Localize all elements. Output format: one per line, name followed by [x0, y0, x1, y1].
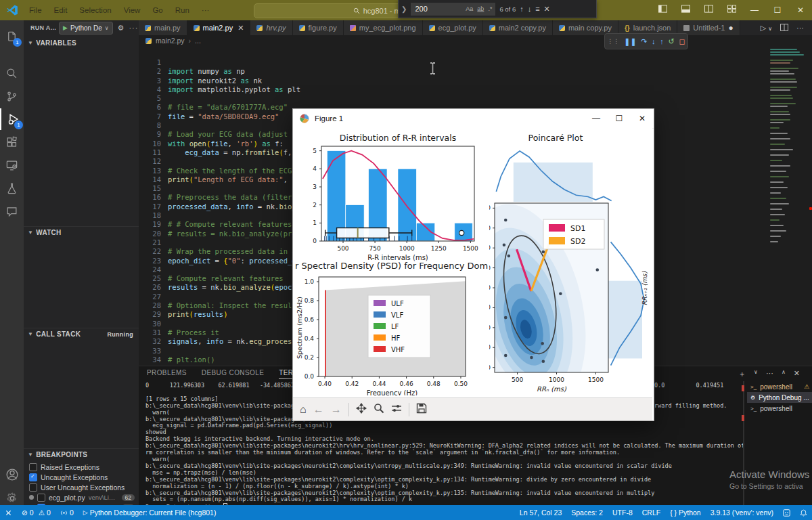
- search-sidebar-icon[interactable]: [0, 62, 24, 84]
- terminal-session-python-debug-[interactable]: ⚙Python Debug ...: [747, 392, 812, 403]
- menu-item-go[interactable]: Go: [147, 4, 168, 16]
- breakpoint-row[interactable]: ecg_plot.pyvenv\Lib\site-p...62: [24, 492, 139, 502]
- new-terminal-icon[interactable]: ＋: [738, 369, 746, 379]
- tab-main2-copy-py[interactable]: main2 copy.py: [483, 20, 553, 35]
- find-in-selection-icon[interactable]: ≡: [535, 5, 539, 13]
- forward-icon[interactable]: →: [331, 404, 342, 415]
- feedback-icon[interactable]: [778, 505, 795, 520]
- panel-more-icon[interactable]: ···: [766, 369, 773, 379]
- code-line[interactable]: 1: [139, 58, 330, 67]
- home-icon[interactable]: ⌂: [300, 404, 307, 415]
- debugger-status[interactable]: ▷ Python Debugger: Current File (hcg801): [78, 505, 221, 520]
- back-icon[interactable]: ←: [313, 404, 324, 415]
- drag-handle-icon[interactable]: ⋮⋮: [607, 38, 619, 45]
- menu-item-view[interactable]: View: [118, 4, 146, 16]
- figure-minimize-button[interactable]: —: [585, 109, 608, 128]
- extensions-icon[interactable]: [0, 131, 24, 153]
- tab-my-ecg-plot-png[interactable]: my_ecg_plot.png: [344, 20, 423, 35]
- remote-indicator-icon[interactable]: [0, 505, 17, 520]
- ports-indicator[interactable]: 0: [55, 505, 78, 520]
- find-next-icon[interactable]: ↓: [528, 5, 532, 13]
- find-close-icon[interactable]: ✕: [544, 5, 550, 14]
- panel-maximize-icon[interactable]: ∧: [782, 369, 786, 379]
- variables-section-header[interactable]: ▼VARIABLES: [24, 37, 139, 49]
- start-debug-icon[interactable]: ▶: [63, 24, 68, 31]
- code-line[interactable]: 5: [139, 94, 330, 103]
- notifications-bell-icon[interactable]: [795, 505, 812, 520]
- layout-icon[interactable]: [720, 0, 743, 20]
- breakpoints-section-header[interactable]: ▼BREAKPOINTS: [24, 448, 139, 460]
- menu-item-[interactable]: ···: [196, 4, 215, 16]
- minimap[interactable]: [770, 47, 812, 251]
- step-over-icon[interactable]: ↷: [641, 37, 647, 46]
- figure-canvas[interactable]: 500750100012501500012345Distribution of …: [293, 128, 652, 397]
- tab-main2-py[interactable]: main2.py✕: [187, 20, 251, 35]
- figure-close-button[interactable]: ✕: [631, 109, 654, 128]
- regex-icon[interactable]: .*: [488, 5, 492, 12]
- split-editor-button[interactable]: [780, 24, 788, 32]
- minimize-button[interactable]: —: [743, 0, 766, 20]
- find-collapse-icon[interactable]: ❯: [401, 5, 407, 13]
- debug-more-actions-icon[interactable]: ···: [129, 24, 138, 32]
- zoom-rect-icon[interactable]: [374, 403, 384, 416]
- run-debug-icon[interactable]: 1: [0, 108, 25, 130]
- code-line[interactable]: 4import matplotlib.pyplot as plt: [139, 85, 330, 94]
- statusbar-utf-8[interactable]: UTF-8: [608, 505, 637, 520]
- terminal-dropdown-icon[interactable]: ∨: [754, 369, 758, 379]
- editor-more-actions-icon[interactable]: ···: [796, 24, 804, 32]
- step-into-icon[interactable]: ↓: [652, 37, 656, 45]
- breakpoint-row[interactable]: Raised Exceptions: [24, 462, 139, 472]
- breakpoint-checkbox[interactable]: [37, 494, 45, 502]
- menu-item-edit[interactable]: Edit: [49, 4, 73, 16]
- callstack-section-header[interactable]: ▼CALL STACKRunning: [24, 328, 139, 340]
- toggle-sidebar-icon[interactable]: [651, 0, 674, 20]
- match-case-icon[interactable]: Aa: [466, 5, 473, 12]
- account-icon[interactable]: [0, 464, 24, 485]
- maximize-button[interactable]: ☐: [766, 0, 789, 20]
- breakpoint-checkbox[interactable]: [29, 473, 37, 481]
- statusbar-ln-57-col-23[interactable]: Ln 57, Col 23: [515, 505, 566, 520]
- breakpoint-checkbox[interactable]: [29, 463, 37, 471]
- debug-config-dropdown[interactable]: ▶ Python De ∨: [59, 22, 112, 35]
- figure-window[interactable]: Figure 1 — ☐ ✕ 500750100012501500012345D…: [292, 108, 654, 421]
- terminal-session-powershell[interactable]: >_powershell⚠: [747, 381, 812, 392]
- stop-icon[interactable]: ◻: [679, 37, 685, 46]
- step-out-icon[interactable]: ↑: [660, 37, 664, 45]
- debug-settings-gear-icon[interactable]: ⚙: [118, 24, 125, 32]
- split-editor-icon[interactable]: [697, 0, 720, 20]
- statusbar--python[interactable]: { } Python: [665, 505, 706, 520]
- tab-close-icon[interactable]: ✕: [238, 24, 244, 32]
- breakpoint-row[interactable]: Uncaught Exceptions: [24, 472, 139, 482]
- tab-ecg-plot-py[interactable]: ecg_plot.py: [423, 20, 483, 35]
- subplots-config-icon[interactable]: [391, 403, 402, 416]
- statusbar-spaces-2[interactable]: Spaces: 2: [566, 505, 608, 520]
- pan-icon[interactable]: [356, 403, 367, 416]
- menu-item-selection[interactable]: Selection: [74, 4, 116, 16]
- menu-item-run[interactable]: Run: [170, 4, 195, 16]
- code-line[interactable]: 2import numpy as np: [139, 67, 330, 76]
- panel-close-icon[interactable]: ✕: [794, 369, 800, 379]
- breadcrumb[interactable]: main2.py › ...: [139, 35, 812, 46]
- menu-item-file[interactable]: File: [24, 4, 47, 16]
- breakpoint-checkbox[interactable]: [29, 483, 37, 492]
- watch-section-header[interactable]: ▼WATCH: [24, 226, 139, 238]
- run-file-button[interactable]: ▷ ∨: [761, 24, 772, 32]
- breakpoint-row[interactable]: User Uncaught Exceptions: [24, 482, 139, 492]
- restart-icon[interactable]: ↺: [669, 37, 675, 46]
- figure-maximize-button[interactable]: ☐: [608, 109, 631, 128]
- whole-word-icon[interactable]: ab: [477, 5, 484, 12]
- code-line[interactable]: 3import neurokit2 as nk: [139, 77, 330, 85]
- toggle-panel-icon[interactable]: [674, 0, 697, 20]
- figure-title-bar[interactable]: Figure 1 — ☐ ✕: [293, 109, 654, 129]
- terminal-session-powershell[interactable]: >_powershell: [747, 403, 812, 414]
- statusbar-3-9-13-venv-venv-[interactable]: 3.9.13 ('venv': venv): [706, 505, 778, 520]
- problems-indicator[interactable]: ⊘0 ⚠0: [17, 505, 55, 520]
- testing-icon[interactable]: [0, 177, 24, 199]
- chat-icon[interactable]: [0, 200, 24, 222]
- statusbar-crlf[interactable]: CRLF: [637, 505, 665, 520]
- find-prev-icon[interactable]: ↑: [520, 5, 524, 13]
- source-control-icon[interactable]: [0, 85, 24, 107]
- panel-tab-debug-console[interactable]: DEBUG CONSOLE: [202, 369, 264, 379]
- panel-tab-problems[interactable]: PROBLEMS: [147, 369, 187, 379]
- tab-main-py[interactable]: main.py: [139, 20, 187, 35]
